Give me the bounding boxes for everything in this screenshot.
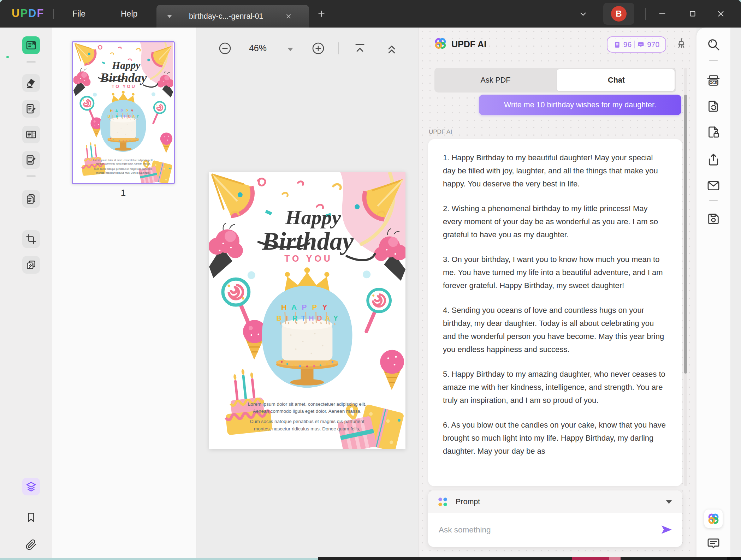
credits-badge[interactable]: 96 970 [607,36,666,53]
edit-page-icon[interactable] [22,151,40,169]
tab-dropdown-icon[interactable] [167,15,172,18]
taskbar-red-segment [572,557,609,560]
form-field-icon[interactable] [22,126,40,143]
panel-title: UPDF AI [451,39,486,49]
updf-ai-logo-icon [707,512,720,525]
clear-chat-brush-icon[interactable] [675,37,687,49]
convert-pdf-icon[interactable] [706,99,721,113]
document-tab[interactable]: birthday-c...-genral-01 [156,5,309,28]
responder-label: UPDF AI [429,129,452,136]
prompt-selector[interactable]: Prompt [428,490,682,513]
menu-help[interactable]: Help [121,0,137,28]
annotate-note-icon[interactable] [22,100,40,118]
toolbar-divider [709,200,718,201]
protect-pdf-icon[interactable] [706,125,721,139]
page-up-icon[interactable] [385,42,398,55]
background-taskbar-sliver [318,557,741,560]
email-icon[interactable] [706,179,721,193]
page-copy-icon[interactable] [22,190,40,208]
pdf-page[interactable] [209,172,405,449]
bookmark-icon[interactable] [22,508,40,526]
zoom-in-icon[interactable] [312,42,325,55]
updf-logo: UPDF [12,7,44,20]
updf-ai-floating-button[interactable] [704,510,723,528]
document-canvas: 46% [196,28,419,558]
minimize-button[interactable] [658,9,667,18]
response-paragraph: 2. Wishing a phenomenal birthday to my l… [443,202,667,241]
user-message-bubble: Write me 10 birthday wishes for my daugh… [479,95,681,115]
document-credits-icon [613,41,621,48]
taskbar-dark-segment [727,557,741,560]
badge-divider [634,41,635,48]
menu-file[interactable]: File [72,0,85,28]
prompt-input-card: Prompt [428,490,682,547]
share-icon[interactable] [706,153,721,167]
right-toolbar: OCR [696,28,730,558]
updf-ai-logo-icon [434,37,447,50]
toolbar-divider [709,60,718,61]
avatar[interactable]: B [611,6,627,22]
prompt-dropdown-icon[interactable] [666,500,672,504]
document-credits-count: 96 [623,40,632,49]
crop-page-icon[interactable] [22,230,40,248]
maximize-button[interactable] [688,9,697,18]
scrollbar-thumb[interactable] [684,95,687,374]
new-tab-icon[interactable] [317,9,326,18]
ai-response-card: 1. Happy Birthday to my beautiful daught… [428,139,682,486]
response-paragraph: 4. Sending you oceans of love and countl… [443,304,667,356]
active-indicator-dot [6,56,9,58]
ocr-icon[interactable]: OCR [706,73,721,88]
save-icon[interactable] [706,212,721,226]
toolbar-divider [338,42,339,54]
titlebar-divider [53,9,54,19]
prompt-label: Prompt [456,490,480,513]
attachment-icon[interactable] [22,536,40,554]
toolbar-divider [26,61,36,62]
watermark-icon[interactable] [22,256,40,274]
page-number-label: 1 [72,187,175,198]
taskbar-pink-segment [609,557,621,560]
thumbnail-panel: 1 [52,28,196,558]
response-paragraph: 6. As you blow out the candles on your c… [443,418,667,458]
search-icon[interactable] [706,37,721,52]
highlighter-icon[interactable] [22,74,40,92]
ask-input[interactable] [439,513,651,547]
zoom-out-icon[interactable] [218,42,232,55]
ai-mode-tabs: Ask PDF Chat [434,68,676,93]
organize-layers-icon[interactable] [22,478,40,495]
chat-credits-count: 970 [647,40,659,49]
reader-mode-icon[interactable] [22,36,40,54]
title-bar: UPDF File Help birthday-c...-genral-01 B [0,0,741,28]
response-paragraph: 5. Happy Birthday to my amazing daughter… [443,368,667,407]
chevron-down-icon[interactable] [579,10,588,19]
tab-title: birthday-c...-genral-01 [189,5,263,28]
svg-text:OCR: OCR [710,81,718,85]
close-button[interactable] [716,9,725,18]
titlebar-divider [645,8,646,20]
tab-ask-pdf[interactable]: Ask PDF [434,68,557,93]
response-paragraph: 3. On your birthday, I want you to know … [443,253,667,292]
account-button[interactable]: B [603,3,634,25]
left-toolbar [0,28,52,558]
toolbar-divider [26,175,36,177]
page-thumbnail[interactable] [72,41,175,184]
comment-icon[interactable] [706,537,721,551]
updf-ai-panel: UPDF AI 96 970 Ask PDF Chat Write me 10 … [419,28,696,558]
response-paragraph: 1. Happy Birthday to my beautiful daught… [443,151,667,190]
chat-credits-icon [637,41,645,48]
chat-scrollbar[interactable] [684,68,687,486]
main-area: 1 46% UPDF AI 96 970 [0,28,741,558]
scroll-to-top-icon[interactable] [353,42,367,55]
tab-chat[interactable]: Chat [557,68,676,93]
zoom-dropdown-icon[interactable] [287,48,293,51]
prompt-apps-icon [438,497,447,507]
updf-app-window: UPDF File Help birthday-c...-genral-01 B [0,0,741,560]
tab-close-icon[interactable] [285,13,292,20]
zoom-level[interactable]: 46% [242,43,274,53]
send-icon[interactable] [660,524,673,535]
ai-response-text: 1. Happy Birthday to my beautiful daught… [428,139,682,458]
